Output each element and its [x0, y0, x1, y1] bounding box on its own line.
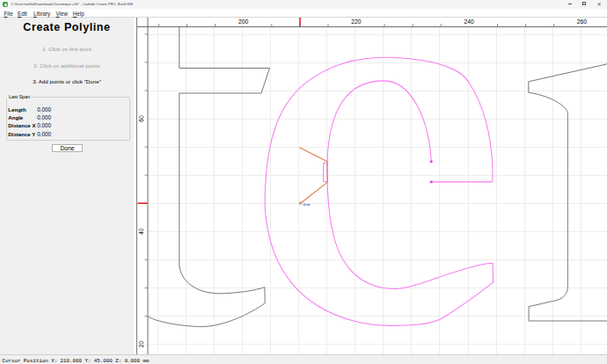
svg-text:240: 240	[464, 18, 474, 25]
svg-text:200: 200	[238, 18, 249, 25]
svg-text:260: 260	[576, 18, 587, 25]
svg-text:Grid: Grid	[303, 202, 311, 207]
svg-text:220: 220	[351, 18, 362, 25]
svg-text:60: 60	[138, 115, 144, 122]
svg-text:20: 20	[138, 340, 144, 347]
svg-text:40: 40	[138, 228, 144, 235]
